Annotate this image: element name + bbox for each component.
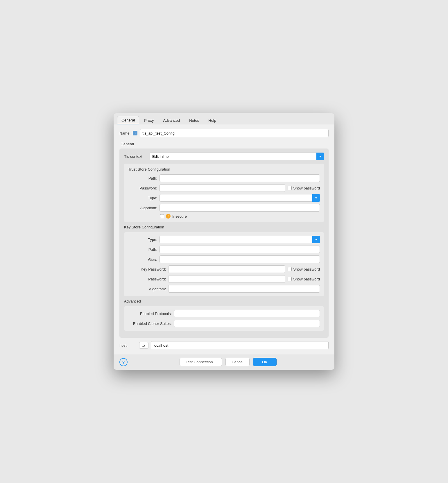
enabled-protocols-row: Enabled Protocols:: [128, 310, 320, 317]
tab-help[interactable]: Help: [204, 116, 221, 124]
key-store-algorithm-label: Algorithm:: [128, 287, 166, 291]
key-store-type-row: Type: ▼: [128, 236, 320, 243]
key-store-show-password-label[interactable]: Show password: [293, 277, 320, 281]
tab-advanced[interactable]: Advanced: [159, 116, 184, 124]
warning-icon: !: [166, 214, 171, 219]
bottom-bar: ? Test Connection... Cancel OK: [114, 354, 334, 370]
key-store-alias-input[interactable]: [160, 255, 320, 263]
trust-store-panel: Trust Store Configuration Path: Password…: [124, 164, 324, 222]
trust-store-type-label: Type:: [128, 196, 157, 200]
key-store-show-key-password-checkbox[interactable]: [288, 267, 292, 271]
trust-store-title: Trust Store Configuration: [128, 167, 320, 171]
key-store-type-select[interactable]: [160, 236, 320, 243]
fx-button[interactable]: fx: [139, 342, 148, 349]
trust-store-password-label: Password:: [128, 186, 157, 190]
trust-store-algorithm-label: Algorithm:: [128, 206, 157, 210]
trust-store-path-row: Path:: [128, 174, 320, 182]
host-input[interactable]: [151, 341, 329, 349]
enabled-cipher-suites-row: Enabled Cipher Suites:: [128, 320, 320, 327]
dialog: General Proxy Advanced Notes Help Name: …: [114, 113, 334, 370]
key-store-alias-label: Alias:: [128, 257, 157, 262]
key-store-show-password-wrap: Show password: [288, 277, 320, 281]
key-store-title: Key Store Configuration: [124, 225, 324, 229]
content-area: Name: i General Tls context Edit inline …: [114, 124, 334, 354]
key-store-key-password-input[interactable]: [168, 265, 285, 273]
key-store-show-password-checkbox[interactable]: [288, 277, 292, 281]
advanced-panel: Enabled Protocols: Enabled Cipher Suites…: [124, 306, 324, 331]
tls-context-select-wrapper: Edit inline ▼: [150, 153, 324, 160]
key-store-password-input[interactable]: [168, 275, 285, 283]
key-store-key-password-label: Key Password:: [128, 267, 166, 271]
key-store-type-label: Type:: [128, 237, 157, 242]
key-store-path-input[interactable]: [160, 246, 320, 253]
tab-notes[interactable]: Notes: [185, 116, 203, 124]
insecure-label: Insecure: [172, 214, 187, 219]
help-button[interactable]: ?: [119, 358, 128, 366]
trust-store-show-password-wrap: Show password: [288, 186, 320, 190]
tls-context-select[interactable]: Edit inline: [150, 153, 324, 160]
host-label: host:: [119, 343, 137, 348]
tab-bar: General Proxy Advanced Notes Help: [114, 113, 334, 124]
insecure-checkbox[interactable]: [160, 214, 164, 218]
key-store-alias-row: Alias:: [128, 255, 320, 263]
enabled-cipher-suites-label: Enabled Cipher Suites:: [128, 321, 172, 326]
key-store-path-row: Path:: [128, 246, 320, 253]
key-store-algorithm-row: Algorithm:: [128, 285, 320, 293]
name-row: Name: i: [119, 129, 329, 137]
trust-store-path-label: Path:: [128, 176, 157, 180]
key-store-password-label: Password:: [128, 277, 166, 281]
name-icon: i: [133, 131, 137, 135]
key-store-password-row: Password: Show password: [128, 275, 320, 283]
tls-context-row: Tls context Edit inline ▼: [124, 153, 324, 160]
general-section-title: General: [119, 142, 329, 146]
key-store-key-password-row: Key Password: Show password: [128, 265, 320, 273]
tab-general[interactable]: General: [117, 116, 139, 124]
enabled-cipher-suites-input[interactable]: [174, 320, 320, 327]
trust-store-type-select[interactable]: [160, 194, 320, 202]
tab-proxy[interactable]: Proxy: [140, 116, 158, 124]
cancel-button[interactable]: Cancel: [225, 358, 249, 366]
trust-store-password-row: Password: Show password: [128, 184, 320, 192]
key-store-type-select-wrapper: ▼: [160, 236, 320, 243]
insecure-row: ! Insecure: [128, 214, 320, 219]
trust-store-password-input[interactable]: [160, 184, 285, 192]
tls-context-label: Tls context: [124, 154, 147, 159]
trust-store-show-password-checkbox[interactable]: [288, 186, 292, 190]
ok-button[interactable]: OK: [253, 358, 277, 366]
advanced-subsection-title: Advanced: [124, 299, 324, 303]
enabled-protocols-input[interactable]: [174, 310, 320, 317]
test-connection-button[interactable]: Test Connection...: [180, 358, 222, 366]
host-row: host: fx: [119, 341, 329, 349]
key-store-show-key-password-wrap: Show password: [288, 267, 320, 271]
bottom-buttons: Test Connection... Cancel OK: [128, 358, 329, 366]
key-store-algorithm-input[interactable]: [168, 285, 320, 293]
trust-store-show-password-label[interactable]: Show password: [293, 186, 320, 190]
name-label: Name:: [119, 131, 130, 135]
key-store-panel: Type: ▼ Path: Alias:: [124, 232, 324, 296]
trust-store-path-input[interactable]: [160, 174, 320, 182]
trust-store-type-select-wrapper: ▼: [160, 194, 320, 202]
general-panel: Tls context Edit inline ▼ Trust Store Co…: [119, 149, 329, 338]
trust-store-type-row: Type: ▼: [128, 194, 320, 202]
name-input[interactable]: [140, 129, 329, 137]
enabled-protocols-label: Enabled Protocols:: [128, 312, 172, 316]
trust-store-algorithm-input[interactable]: [160, 204, 320, 212]
key-store-path-label: Path:: [128, 247, 157, 252]
key-store-show-key-password-label[interactable]: Show password: [293, 267, 320, 271]
trust-store-algorithm-row: Algorithm:: [128, 204, 320, 212]
